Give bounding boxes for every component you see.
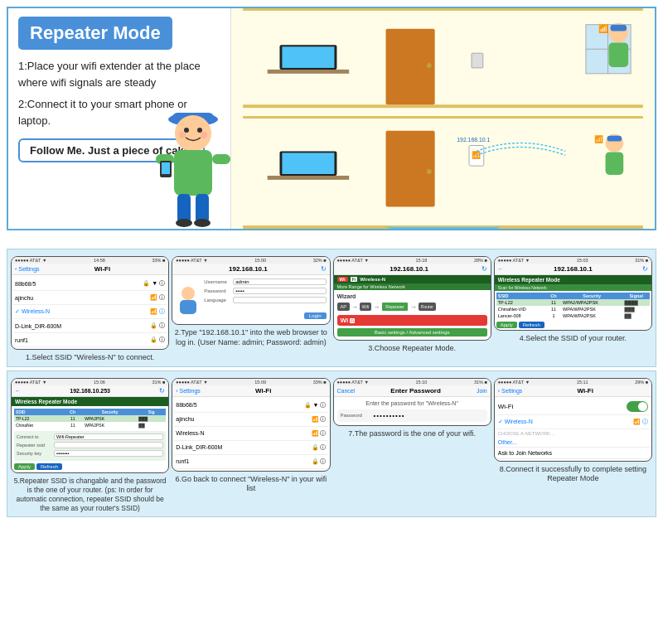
phone8-content: Wi-Fi ✓ Wireless-N 📶 ⓘ CHOOSE A NETWORK.… [495,397,651,461]
room-svg: 📶 📶 📶 192.168.10.1 [231,8,655,229]
svg-point-40 [427,169,432,174]
phone8-frame: ●●●●● AT&T ▼ 15:11 29% ■ ‹ Settings Wi-F… [494,378,652,462]
phone7-caption: 7.The password is the one of your wifi. [346,429,477,439]
phone2-nav: 192.168.10.1 ↻ [172,264,329,275]
phone8-caption: 8.Connect it successfully to complete se… [494,465,652,484]
svg-rect-11 [196,194,209,223]
phone7-content: Enter the password for "Wireless-N" Pass… [334,397,491,425]
svg-rect-18 [243,8,643,11]
svg-point-23 [427,63,432,68]
svg-point-14 [179,132,186,138]
phone5-caption: 5.Repeater SSID is changable and the pas… [11,477,169,513]
phone4-caption: 4.Select the SSID of your router. [518,334,628,344]
svg-rect-38 [282,153,334,174]
svg-point-49 [181,287,195,300]
phone3-frame: ●●●●● AT&T ▼ 15:18 28% ■ 192.168.10.1 ↻ … [333,256,491,341]
svg-rect-9 [162,162,170,174]
phone1-content: 88b68/5 🔒 ▼ ⓘ ajinchu 📶 ⓘ ✓ Wireless-N 📶… [12,275,168,349]
character-illustration [148,88,239,229]
svg-rect-5 [174,150,212,196]
svg-rect-17 [243,104,643,108]
phone4-content: SSID Ch Security Signal TP-L22 11 WPA2/W… [495,291,651,330]
svg-rect-29 [610,25,627,31]
svg-point-12 [176,219,192,227]
phone3-container: ●●●●● AT&T ▼ 15:18 28% ■ 192.168.10.1 ↻ … [333,256,491,363]
svg-rect-39 [386,131,435,207]
phone5-content: SSID Ch Security Sig TP-L22 11 WPA2PSK ▓… [12,406,168,472]
phone1-nav: ‹ Settings Wi-Fi [12,264,168,275]
svg-rect-50 [180,300,196,314]
phone5-container: ●●●●● AT&T ▼ 15:06 31% ■ ← 192.168.10.25… [11,378,169,513]
phones-row2: ●●●●● AT&T ▼ 15:06 31% ■ ← 192.168.10.25… [7,370,656,517]
room-illustration: 📶 📶 📶 192.168.10.1 [230,8,655,229]
phone2-caption: 2.Type "192.168.10.1" into the web brows… [172,328,330,347]
phone2-frame: ●●●●● AT&T ▼ 15:00 32% ■ 192.168.10.1 ↻ [172,256,330,325]
phones-row1: ●●●●● AT&T ▼ 14:58 33% ■ ‹ Settings Wi-F… [7,249,656,367]
phone7-container: ●●●●● AT&T ▼ 15:10 31% ■ Cancel Enter Pa… [333,378,491,513]
svg-rect-7 [212,154,230,164]
phone7-nav: Cancel Enter Password Join [334,385,491,397]
phone8-container: ●●●●● AT&T ▼ 15:11 29% ■ ‹ Settings Wi-F… [494,378,652,513]
svg-rect-44 [607,136,622,142]
svg-point-15 [201,132,207,138]
top-section: Repeater Mode 1:Place your wifi extender… [7,7,656,230]
phone1-frame: ●●●●● AT&T ▼ 14:58 33% ■ ‹ Settings Wi-F… [11,256,169,350]
svg-text:📶: 📶 [598,23,609,34]
phone2-status: ●●●●● AT&T ▼ 15:00 32% ■ [172,257,329,264]
phone6-container: ●●●●● AT&T ▼ 15:09 33% ■ ‹ Settings Wi-F… [172,378,330,513]
phone5-status: ●●●●● AT&T ▼ 15:06 31% ■ [12,379,168,385]
phone6-content: 88b68/5 🔒 ▼ ⓘ ajinchu 📶 ⓘ Wireless-N 📶 ⓘ… [172,397,329,471]
phone8-nav: ‹ Settings Wi-Fi [495,385,651,397]
instruction1: 1:Place your wifi extender at the place … [18,58,220,91]
phone3-caption: 3.Choose Repeater Mode. [366,344,457,354]
phone4-container: ●●●●● AT&T ▼ 15:03 31% ■ ← 192.168.10.1 … [494,256,652,363]
phone5-frame: ●●●●● AT&T ▼ 15:06 31% ■ ← 192.168.10.25… [11,378,169,473]
svg-rect-24 [472,53,483,68]
phone6-caption: 6.Go back to connect "Wireless-N" in you… [172,475,330,494]
phone2-container: ●●●●● AT&T ▼ 15:00 32% ■ 192.168.10.1 ↻ [172,256,330,363]
phone4-status: ●●●●● AT&T ▼ 15:03 31% ■ [495,257,651,264]
svg-text:192.168.10.1: 192.168.10.1 [457,137,490,143]
phone8-status: ●●●●● AT&T ▼ 15:11 29% ■ [495,379,651,385]
svg-point-13 [194,219,211,227]
phone6-status: ●●●●● AT&T ▼ 15:09 33% ■ [172,379,329,385]
svg-point-3 [184,128,189,133]
svg-rect-21 [282,46,334,68]
svg-rect-30 [608,42,628,67]
phone6-nav: ‹ Settings Wi-Fi [172,385,329,397]
svg-rect-10 [177,194,191,223]
phone1-status: ●●●●● AT&T ▼ 14:58 33% ■ [12,257,168,264]
blue-arrow [385,227,501,229]
left-panel: Repeater Mode 1:Place your wifi extender… [8,8,230,229]
svg-rect-45 [606,152,624,175]
svg-rect-36 [268,176,350,180]
svg-point-4 [197,128,202,133]
phone3-nav: 192.168.10.1 ↻ [334,264,491,275]
phone7-frame: ●●●●● AT&T ▼ 15:10 31% ■ Cancel Enter Pa… [333,378,491,426]
phone4-frame: ●●●●● AT&T ▼ 15:03 31% ■ ← 192.168.10.1 … [494,256,652,331]
svg-rect-19 [268,70,350,74]
phone4-nav: ← 192.168.10.1 ↻ [495,264,651,275]
phone1-caption: 1.Select SSID "Wireless-N" to connect. [24,353,156,363]
svg-rect-34 [243,116,643,119]
phone5-nav: ← 192.168.10.253 ↻ [12,385,168,397]
phone7-status: ●●●●● AT&T ▼ 15:10 31% ■ [334,379,491,385]
svg-text:📶: 📶 [594,134,604,144]
phone1-container: ●●●●● AT&T ▼ 14:58 33% ■ ‹ Settings Wi-F… [11,256,169,363]
phone3-status: ●●●●● AT&T ▼ 15:18 28% ■ [334,257,491,264]
title-box: Repeater Mode [18,17,172,50]
phone2-content: Username admin Password ••••• Language L… [172,275,329,324]
phone6-frame: ●●●●● AT&T ▼ 15:09 33% ■ ‹ Settings Wi-F… [172,378,330,472]
